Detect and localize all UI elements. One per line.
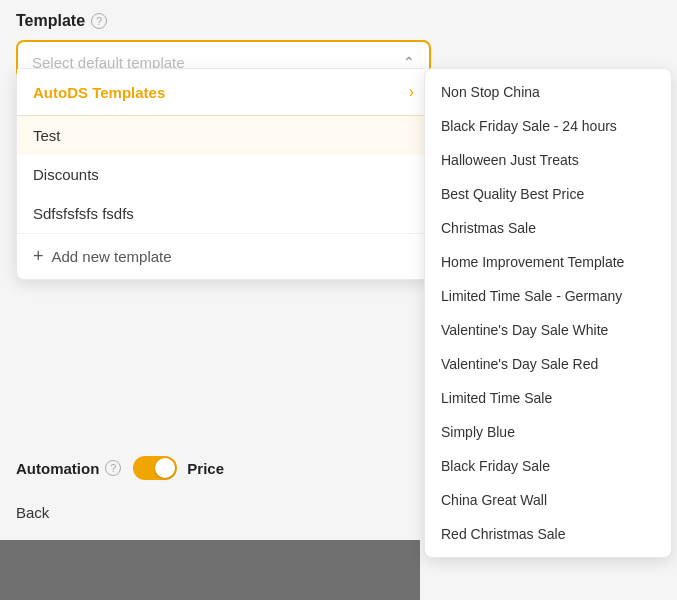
autods-templates-label: AutoDS Templates: [33, 84, 165, 101]
back-section: Back: [16, 504, 49, 522]
right-item-7[interactable]: Valentine's Day Sale White: [425, 313, 671, 347]
back-button[interactable]: Back: [16, 504, 49, 521]
autods-chevron-right-icon: ›: [409, 83, 414, 101]
right-item-11[interactable]: Black Friday Sale: [425, 449, 671, 483]
right-item-4[interactable]: Christmas Sale: [425, 211, 671, 245]
add-icon: +: [33, 246, 44, 267]
autods-templates-row[interactable]: AutoDS Templates ›: [17, 69, 430, 116]
template-item-test[interactable]: Test: [17, 116, 430, 155]
right-item-5[interactable]: Home Improvement Template: [425, 245, 671, 279]
right-item-13[interactable]: Red Christmas Sale: [425, 517, 671, 551]
page-container: Template ? Select default template ⌃ Aut…: [0, 0, 677, 600]
automation-section: Automation ? Price: [16, 456, 224, 480]
price-label: Price: [187, 460, 224, 477]
right-dropdown-panel: Non Stop China Black Friday Sale - 24 ho…: [424, 68, 672, 558]
right-item-3[interactable]: Best Quality Best Price: [425, 177, 671, 211]
toggle-knob: [155, 458, 175, 478]
right-item-2[interactable]: Halloween Just Treats: [425, 143, 671, 177]
right-item-6[interactable]: Limited Time Sale - Germany: [425, 279, 671, 313]
left-dropdown-panel: AutoDS Templates › Test Discounts Sdfsfs…: [16, 68, 431, 280]
right-item-8[interactable]: Valentine's Day Sale Red: [425, 347, 671, 381]
right-item-12[interactable]: China Great Wall: [425, 483, 671, 517]
add-new-template-row[interactable]: + Add new template: [17, 233, 430, 279]
right-panel-scroll[interactable]: Non Stop China Black Friday Sale - 24 ho…: [425, 75, 671, 551]
toggle-wrapper: Price: [133, 456, 224, 480]
right-item-0[interactable]: Non Stop China: [425, 75, 671, 109]
right-item-10[interactable]: Simply Blue: [425, 415, 671, 449]
template-label: Template: [16, 12, 85, 30]
automation-toggle[interactable]: [133, 456, 177, 480]
right-item-9[interactable]: Limited Time Sale: [425, 381, 671, 415]
template-help-icon[interactable]: ?: [91, 13, 107, 29]
add-new-template-label: Add new template: [52, 248, 172, 265]
automation-label-row: Automation ?: [16, 460, 121, 477]
automation-help-icon[interactable]: ?: [105, 460, 121, 476]
automation-label: Automation: [16, 460, 99, 477]
template-item-discounts[interactable]: Discounts: [17, 155, 430, 194]
template-item-sdfs[interactable]: Sdfsfsfsfs fsdfs: [17, 194, 430, 233]
right-item-1[interactable]: Black Friday Sale - 24 hours: [425, 109, 671, 143]
bottom-bar: [0, 540, 420, 600]
template-label-row: Template ?: [16, 12, 661, 30]
